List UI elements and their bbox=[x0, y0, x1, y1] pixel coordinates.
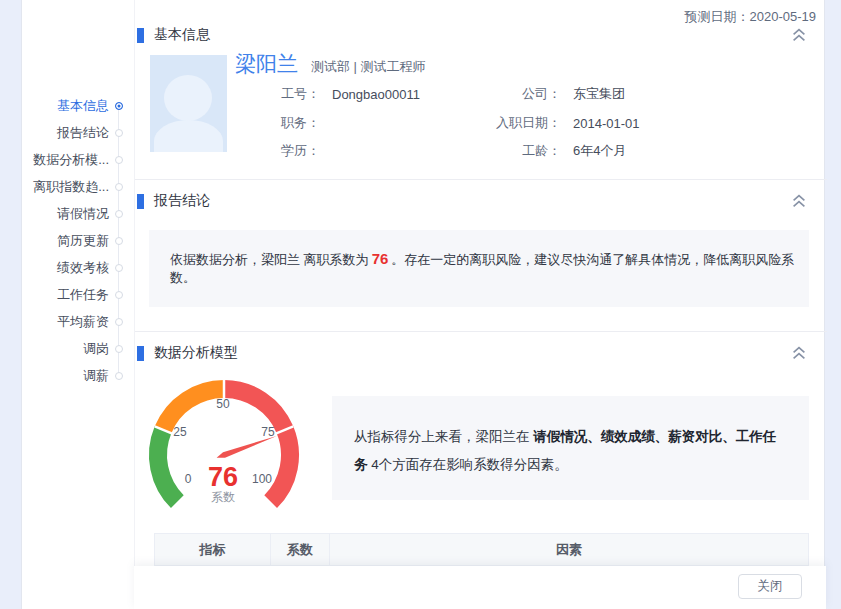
sidebar-item-label: 报告结论 bbox=[57, 124, 109, 142]
table-header-factor: 因素 bbox=[330, 534, 808, 565]
timeline-dot bbox=[115, 129, 123, 137]
field-employee-no: 工号： Dongbao00011 bbox=[239, 86, 420, 102]
sidebar-nav: 基本信息报告结论数据分析模...离职指数趋...请假情况简历更新绩效考核工作任务… bbox=[22, 92, 134, 390]
conclusion-box: 依据数据分析，梁阳兰 离职系数为76。存在一定的离职风险，建议尽快沟通了解具体情… bbox=[149, 230, 809, 307]
sidebar-item-10[interactable]: 调薪 bbox=[22, 363, 134, 390]
field-label: 入职日期： bbox=[480, 114, 561, 132]
summary-suffix: 4个方面存在影响系数得分因素。 bbox=[368, 457, 568, 472]
section-divider bbox=[135, 179, 827, 180]
table-header-coefficient: 系数 bbox=[271, 534, 330, 565]
section-marker bbox=[137, 28, 144, 43]
gauge-tick-0: 0 bbox=[185, 472, 192, 486]
indicator-table-header: 指标 系数 因素 bbox=[154, 533, 809, 566]
sidebar-item-label: 调薪 bbox=[83, 367, 109, 385]
avatar bbox=[150, 55, 227, 152]
sidebar-item-9[interactable]: 调岗 bbox=[22, 336, 134, 363]
sidebar-item-4[interactable]: 请假情况 bbox=[22, 200, 134, 227]
field-hire-date: 入职日期： 2014-01-01 bbox=[480, 115, 640, 131]
section-conclusion-header: 报告结论 bbox=[137, 193, 210, 209]
section-model-header: 数据分析模型 bbox=[137, 345, 238, 361]
section-conclusion-title: 报告结论 bbox=[154, 192, 210, 210]
conclusion-score: 76 bbox=[369, 250, 392, 267]
gauge-tick-25: 25 bbox=[173, 425, 187, 439]
gauge-segment-orange bbox=[163, 389, 224, 430]
timeline-dot bbox=[115, 237, 123, 245]
timeline-dot bbox=[115, 318, 123, 326]
timeline-dot bbox=[115, 291, 123, 299]
sidebar-item-label: 请假情况 bbox=[57, 205, 109, 223]
field-label: 工号： bbox=[239, 85, 320, 103]
timeline-dot bbox=[115, 210, 123, 218]
employee-name-row: 梁阳兰 测试部 | 测试工程师 bbox=[235, 50, 426, 78]
collapse-conclusion-icon[interactable] bbox=[791, 194, 807, 208]
field-label: 学历： bbox=[239, 142, 320, 160]
sidebar-item-label: 工作任务 bbox=[57, 286, 109, 304]
sidebar-item-2[interactable]: 数据分析模... bbox=[22, 146, 134, 173]
modal-footer: 关闭 bbox=[134, 566, 826, 609]
report-content: 预测日期：2020-05-19 基本信息 梁阳兰 测试部 | 测试工程师 工号：… bbox=[134, 0, 826, 609]
field-value: 东宝集团 bbox=[573, 85, 625, 103]
sidebar-item-5[interactable]: 简历更新 bbox=[22, 227, 134, 254]
field-label: 公司： bbox=[480, 85, 561, 103]
coefficient-gauge-chart: 0 25 50 75 100 76 系数 bbox=[139, 378, 309, 523]
summary-prefix: 从指标得分上来看，梁阳兰在 bbox=[354, 429, 533, 444]
field-value: Dongbao00011 bbox=[332, 87, 420, 102]
sidebar-item-label: 调岗 bbox=[83, 340, 109, 358]
gauge-value: 76 bbox=[208, 462, 238, 492]
field-label: 职务： bbox=[239, 114, 320, 132]
gauge-tick-75: 75 bbox=[261, 425, 275, 439]
collapse-model-icon[interactable] bbox=[791, 346, 807, 360]
section-model-title: 数据分析模型 bbox=[154, 344, 238, 362]
field-value: 6年4个月 bbox=[573, 142, 626, 160]
close-button[interactable]: 关闭 bbox=[738, 574, 802, 599]
table-header-indicator: 指标 bbox=[155, 534, 271, 565]
gauge-segment-green bbox=[158, 430, 177, 502]
section-basic-info-title: 基本信息 bbox=[154, 26, 210, 44]
sidebar-item-8[interactable]: 平均薪资 bbox=[22, 309, 134, 336]
report-modal: 基本信息报告结论数据分析模...离职指数趋...请假情况简历更新绩效考核工作任务… bbox=[21, 0, 825, 609]
sidebar-item-label: 离职指数趋... bbox=[33, 178, 109, 196]
sidebar-item-7[interactable]: 工作任务 bbox=[22, 282, 134, 309]
predict-date-value: 2020-05-19 bbox=[750, 9, 817, 24]
section-basic-info-header: 基本信息 bbox=[137, 27, 210, 43]
sidebar-item-label: 绩效考核 bbox=[57, 259, 109, 277]
section-divider bbox=[135, 331, 827, 332]
avatar-body-shape bbox=[154, 120, 223, 152]
timeline-dot bbox=[115, 372, 123, 380]
sidebar-item-0[interactable]: 基本信息 bbox=[22, 92, 134, 119]
collapse-basic-info-icon[interactable] bbox=[791, 28, 807, 42]
conclusion-text: 依据数据分析，梁阳兰 离职系数为76。存在一定的离职风险，建议尽快沟通了解具体情… bbox=[170, 250, 809, 287]
section-marker bbox=[137, 194, 144, 209]
sidebar-item-label: 基本信息 bbox=[57, 97, 109, 115]
gauge-tick-50: 50 bbox=[216, 397, 230, 411]
field-education: 学历： bbox=[239, 143, 332, 159]
sidebar-item-3[interactable]: 离职指数趋... bbox=[22, 173, 134, 200]
field-position: 职务： bbox=[239, 115, 332, 131]
model-summary-box: 从指标得分上来看，梁阳兰在 请假情况、绩效成绩、薪资对比、工作任务 4个方面存在… bbox=[332, 396, 809, 500]
conclusion-prefix: 依据数据分析，梁阳兰 离职系数为 bbox=[170, 252, 369, 267]
field-value: 2014-01-01 bbox=[573, 116, 640, 131]
sidebar-item-6[interactable]: 绩效考核 bbox=[22, 255, 134, 282]
employee-name: 梁阳兰 bbox=[235, 50, 298, 78]
timeline-dot bbox=[115, 183, 123, 191]
sidebar-item-label: 简历更新 bbox=[57, 232, 109, 250]
employee-dept-title: 测试部 | 测试工程师 bbox=[311, 58, 426, 76]
timeline-dot bbox=[115, 345, 123, 353]
field-seniority: 工龄： 6年4个月 bbox=[480, 143, 626, 159]
timeline-dot bbox=[115, 264, 123, 272]
timeline-dot bbox=[115, 102, 123, 110]
gauge-tick-100: 100 bbox=[252, 472, 272, 486]
field-company: 公司： 东宝集团 bbox=[480, 86, 625, 102]
gauge-needle bbox=[217, 436, 277, 458]
gauge-unit-label: 系数 bbox=[211, 490, 235, 504]
predict-date-label: 预测日期： bbox=[685, 9, 750, 24]
section-marker bbox=[137, 346, 144, 361]
predict-date: 预测日期：2020-05-19 bbox=[685, 8, 817, 26]
avatar-head-shape bbox=[164, 75, 212, 121]
sidebar-item-label: 平均薪资 bbox=[57, 313, 109, 331]
timeline-dot bbox=[115, 156, 123, 164]
field-label: 工龄： bbox=[480, 142, 561, 160]
sidebar-item-label: 数据分析模... bbox=[33, 151, 109, 169]
sidebar-item-1[interactable]: 报告结论 bbox=[22, 119, 134, 146]
